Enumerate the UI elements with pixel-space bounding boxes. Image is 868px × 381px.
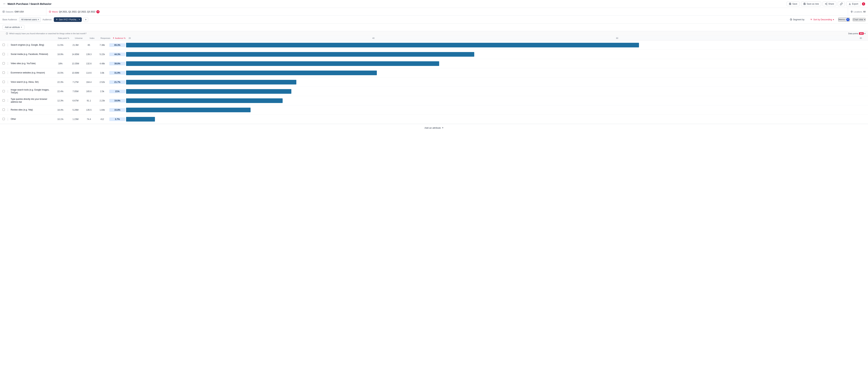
save-button[interactable]: Save — [786, 2, 800, 6]
table-row: ⋮ Type queries directly into your browse… — [0, 96, 868, 105]
chart-view-button[interactable]: Chart view ▾ — [853, 18, 866, 21]
header-title-group: ← Watch Purchase / Search Behavior — [3, 2, 52, 6]
row-index: 139.3 — [83, 53, 95, 56]
row-menu-button[interactable]: ⋮ — [6, 98, 10, 102]
row-label-text: Image search tools (e.g. Google Images, … — [11, 89, 51, 94]
row-checkbox-cell — [2, 53, 6, 56]
row-universe: 1.23M — [68, 118, 83, 120]
row-menu-button[interactable]: ⋮ — [6, 61, 10, 65]
row-index: 85 — [83, 44, 95, 46]
locations-icon — [850, 10, 853, 13]
row-chart — [125, 43, 866, 48]
base-audience-chip[interactable]: All internet users ▾ — [19, 17, 41, 22]
row-menu-button[interactable]: ⋮ — [6, 117, 10, 121]
row-audience-pct: 19.9% — [110, 99, 125, 102]
add-attribute-footer[interactable]: Add an attribute + — [0, 124, 868, 131]
locations-filter[interactable]: Locations All — [848, 8, 868, 16]
metrics-button[interactable]: Metrics 5 — [838, 18, 850, 22]
data-points-badge[interactable]: Data points 9/9 ▾ — [848, 32, 866, 35]
datasets-icon — [2, 10, 5, 13]
row-checkbox[interactable] — [2, 81, 5, 83]
row-menu-button[interactable]: ⋮ — [6, 108, 10, 112]
row-menu-button[interactable]: ⋮ — [6, 43, 10, 47]
waves-icon-group: Waves — [49, 10, 58, 13]
row-label-cell: ⋮ Social media (e.g. Facebook, Pinterest… — [6, 52, 52, 56]
sort-audience-icon — [113, 37, 115, 39]
col-header-chart: 20 40 60 80 — [129, 37, 866, 39]
save-as-icon — [803, 3, 806, 5]
back-button[interactable]: ← — [3, 2, 6, 6]
datasets-filter[interactable]: Datasets GWI USA — [0, 8, 46, 16]
bar-chart-bar — [126, 89, 291, 94]
row-universe: 7.05M — [68, 90, 83, 93]
audience-up-icon — [56, 19, 58, 21]
add-attribute-button-top[interactable]: Add an attribute + — [2, 25, 24, 30]
link-button[interactable] — [838, 2, 845, 6]
row-label-text: Video sites (e.g. YouTube) — [11, 62, 36, 65]
row-menu-button[interactable]: ⋮ — [6, 89, 10, 93]
row-universe: 7.27M — [68, 81, 83, 83]
row-checkbox-cell — [2, 62, 6, 65]
row-data-point: 18% — [52, 62, 68, 65]
top-header: ← Watch Purchase / Search Behavior Save … — [0, 0, 868, 8]
row-universe: 5.29M — [68, 109, 83, 111]
row-menu-button[interactable]: ⋮ — [6, 80, 10, 84]
waves-filter[interactable]: Waves Q4 2021, Q1 2022, Q2 2022, Q3 2022… — [46, 8, 848, 16]
bar-chart-bar — [126, 80, 296, 85]
row-audience-pct: 65.3% — [110, 43, 125, 47]
row-audience-pct: 31.9% — [110, 71, 125, 75]
svg-line-7 — [826, 3, 827, 4]
row-checkbox-cell — [2, 109, 6, 111]
bar-chart-bar — [126, 108, 251, 112]
row-audience-pct: 21.7% — [110, 80, 125, 84]
audience-label: Audience: — [42, 18, 52, 21]
row-label-text: Search engines (e.g. Google, Bing) — [11, 43, 44, 47]
row-responses: 2.52k — [95, 81, 110, 83]
row-checkbox[interactable] — [2, 118, 5, 120]
base-chip-chevron: ▾ — [38, 19, 39, 21]
row-label-cell: ⋮ Search engines (e.g. Google, Bing) — [6, 43, 52, 47]
col-header-audience[interactable]: Audience % — [113, 37, 129, 39]
row-universe: 6.67M — [68, 99, 83, 102]
add-audience-button[interactable]: + — [84, 17, 88, 22]
export-button[interactable]: Export — [846, 2, 861, 6]
row-checkbox[interactable] — [2, 90, 5, 92]
row-label-cell: ⋮ Type queries directly into your browse… — [6, 98, 52, 104]
row-data-point: 22.4% — [52, 90, 68, 93]
audience-controls: Segment by Sort by Descending ▾ Metrics … — [788, 18, 866, 22]
sort-icon — [810, 18, 812, 21]
metrics-badge: 5 — [846, 18, 849, 21]
col-header-dp: Data point % — [56, 37, 71, 39]
row-checkbox[interactable] — [2, 109, 5, 111]
audience-chip-label: Gen XYZ / Purcha... — [59, 18, 78, 21]
row-index: 135.5 — [83, 109, 95, 111]
audience-chip[interactable]: Gen XYZ / Purcha... ▾ — [54, 17, 82, 22]
row-responses: 5.22k — [95, 53, 110, 56]
row-checkbox[interactable] — [2, 43, 5, 46]
share-button[interactable]: Share — [823, 2, 836, 6]
row-menu-button[interactable]: ⋮ — [6, 52, 10, 56]
row-checkbox[interactable] — [2, 71, 5, 74]
row-checkbox[interactable] — [2, 99, 5, 101]
row-data-point: 18.4% — [52, 109, 68, 111]
bar-chart-bar — [126, 98, 283, 103]
segment-icon — [790, 18, 792, 21]
row-checkbox[interactable] — [2, 53, 5, 55]
row-index: 91.1 — [83, 99, 95, 102]
row-menu-button[interactable]: ⋮ — [6, 71, 10, 75]
row-universe: 10.69M — [68, 71, 83, 74]
row-responses: 4.48k — [95, 62, 110, 65]
row-chart — [125, 61, 866, 66]
save-as-new-button[interactable]: Save as new — [801, 2, 822, 6]
row-checkbox-cell — [2, 43, 6, 47]
audience-bar: Base Audience: All internet users ▾ Audi… — [0, 16, 868, 24]
segment-by-button[interactable]: Segment by — [788, 18, 806, 22]
row-audience-pct: 39.8% — [110, 62, 125, 65]
header-actions: Save Save as new Share Export 1 — [786, 2, 865, 6]
svg-point-4 — [827, 3, 827, 3]
row-universe: 21.9M — [68, 44, 83, 46]
sort-by-button[interactable]: Sort by Descending ▾ — [809, 18, 835, 22]
row-label-cell: ⋮ Video sites (e.g. YouTube) — [6, 61, 52, 65]
table-area: Which way(s) have you found information … — [0, 31, 868, 124]
row-checkbox[interactable] — [2, 62, 5, 64]
